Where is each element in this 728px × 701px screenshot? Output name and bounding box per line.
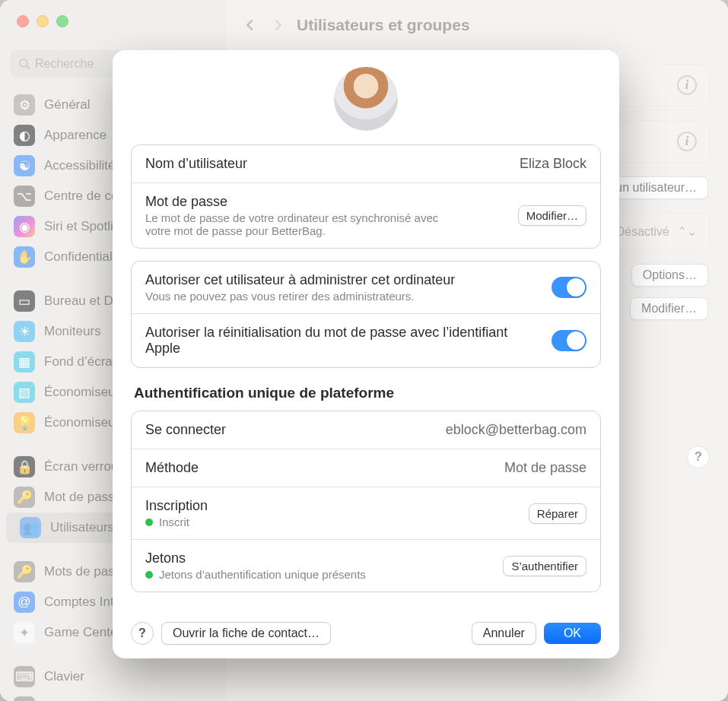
gamecenter-icon: ✦ [14, 622, 35, 643]
admin-label: Autoriser cet utilisateur à administrer … [145, 272, 455, 288]
username-label: Nom d’utilisateur [145, 156, 247, 172]
zoom-window-icon[interactable] [56, 15, 68, 27]
sso-tokens-status-text: Jetons d’authentification unique présent… [159, 568, 366, 581]
password-label: Mot de passe [145, 194, 465, 210]
sso-tokens-label: Jetons [145, 550, 366, 566]
sso-signin-label: Se connecter [145, 422, 226, 438]
sidebar-label: Mot de passe [44, 490, 122, 505]
close-window-icon[interactable] [17, 15, 29, 27]
system-settings-window: Recherche ⚙Général ◐Apparence ☯Accessibi… [0, 0, 728, 701]
repair-button[interactable]: Réparer [529, 503, 587, 524]
admin-card: Autoriser cet utilisateur à administrer … [131, 261, 601, 368]
bulb-icon: 💡 [14, 412, 35, 433]
wallpaper-icon: ▦ [14, 351, 35, 373]
info-icon[interactable]: i [677, 132, 697, 151]
sso-method-row: Méthode Mot de passe [132, 449, 600, 487]
appearance-icon: ◐ [14, 125, 35, 146]
at-icon: @ [14, 592, 35, 613]
username-value: Eliza Block [520, 156, 587, 172]
sidebar-item-mouse[interactable]: 🖱Souris [0, 692, 227, 701]
sso-tokens-row: Jetons Jetons d’authentification unique … [132, 539, 600, 592]
gear-icon: ⚙ [14, 94, 35, 116]
password-row: Mot de passe Le mot de passe de votre or… [132, 182, 600, 248]
key-icon: 🔑 [14, 487, 35, 508]
sidebar-label: Moniteurs [44, 324, 101, 339]
user-detail-sheet: Nom d’utilisateur Eliza Block Mot de pas… [113, 50, 619, 658]
forward-chevron-icon[interactable] [269, 17, 286, 33]
sso-registration-status: Inscrit [145, 515, 208, 528]
cancel-button[interactable]: Annuler [472, 622, 536, 645]
password-sub: Le mot de passe de votre ordinateur est … [145, 211, 465, 237]
key-icon: 🔑 [14, 561, 35, 582]
ok-button[interactable]: OK [544, 623, 601, 644]
sso-registration-row: Inscription Inscrit Réparer [132, 487, 600, 539]
minimize-window-icon[interactable] [37, 15, 49, 27]
sidebar-item-keyboard[interactable]: ⌨Clavier [0, 661, 227, 692]
sso-registration-label: Inscription [145, 498, 208, 514]
hand-icon: ✋ [14, 246, 35, 268]
sidebar-label: Général [44, 97, 90, 113]
sheet-footer: ? Ouvrir la fiche de contact… Annuler OK [131, 622, 601, 645]
admin-row: Autoriser cet utilisateur à administrer … [132, 262, 600, 313]
help-icon[interactable]: ? [687, 446, 710, 468]
accessibility-icon: ☯ [14, 155, 35, 176]
chevron-updown-icon[interactable]: ⌃⌄ [677, 224, 697, 239]
display-icon: ☀ [14, 321, 35, 342]
admin-toggle[interactable] [552, 277, 587, 298]
modify-button[interactable]: Modifier… [630, 297, 708, 320]
sidebar-label: Clavier [44, 669, 84, 684]
lock-icon: 🔒 [14, 456, 35, 477]
search-placeholder: Recherche [35, 57, 94, 71]
window-controls [17, 15, 68, 27]
help-icon[interactable]: ? [131, 622, 154, 645]
modify-password-button[interactable]: Modifier… [518, 205, 587, 226]
sso-signin-row: Se connecter eblock@betterbag.com [132, 411, 600, 449]
autologin-value: Désactivé [616, 225, 669, 239]
sso-signin-value: eblock@betterbag.com [446, 422, 587, 438]
sidebar-label: Accessibilité [44, 158, 116, 173]
sso-method-label: Méthode [145, 460, 199, 476]
admin-sub: Vous ne pouvez pas vous retirer des admi… [145, 290, 455, 303]
users-icon: 👥 [20, 517, 41, 538]
sso-method-value: Mot de passe [504, 460, 587, 476]
info-icon[interactable]: i [677, 75, 697, 95]
screensaver-icon: ▧ [14, 382, 35, 403]
sso-tokens-status: Jetons d’authentification unique présent… [145, 568, 366, 581]
sso-card: Se connecter eblock@betterbag.com Méthod… [131, 411, 601, 592]
siri-icon: ◉ [14, 216, 35, 237]
mouse-icon: 🖱 [14, 696, 35, 701]
keyboard-icon: ⌨ [14, 666, 35, 687]
back-chevron-icon[interactable] [242, 17, 259, 33]
svg-line-1 [27, 66, 30, 69]
user-avatar[interactable] [334, 67, 398, 131]
username-row: Nom d’utilisateur Eliza Block [132, 145, 600, 182]
sidebar-label: Apparence [44, 128, 106, 143]
sidebar-label: Fond d’écran [44, 354, 119, 370]
status-dot-green-icon [145, 519, 153, 526]
open-contact-button[interactable]: Ouvrir la fiche de contact… [161, 622, 331, 645]
control-center-icon: ⌥ [14, 186, 35, 207]
appleid-toggle[interactable] [552, 330, 587, 351]
appleid-reset-row: Autoriser la réinitialisation du mot de … [132, 313, 600, 367]
svg-point-0 [20, 59, 27, 67]
sso-heading: Authentification unique de plateforme [134, 385, 598, 401]
desktop-icon: ▭ [14, 290, 35, 312]
status-dot-green-icon [145, 571, 153, 579]
appleid-label: Autoriser la réinitialisation du mot de … [145, 325, 541, 357]
options-button[interactable]: Options… [631, 264, 708, 287]
sso-registration-status-text: Inscrit [159, 515, 189, 528]
page-title: Utilisateurs et groupes [297, 16, 470, 34]
search-icon [18, 58, 30, 70]
authenticate-button[interactable]: S’authentifier [503, 556, 587, 576]
user-identity-card: Nom d’utilisateur Eliza Block Mot de pas… [131, 144, 601, 249]
sidebar-label: Game Center [44, 625, 122, 640]
topbar: Utilisateurs et groupes [227, 0, 728, 50]
